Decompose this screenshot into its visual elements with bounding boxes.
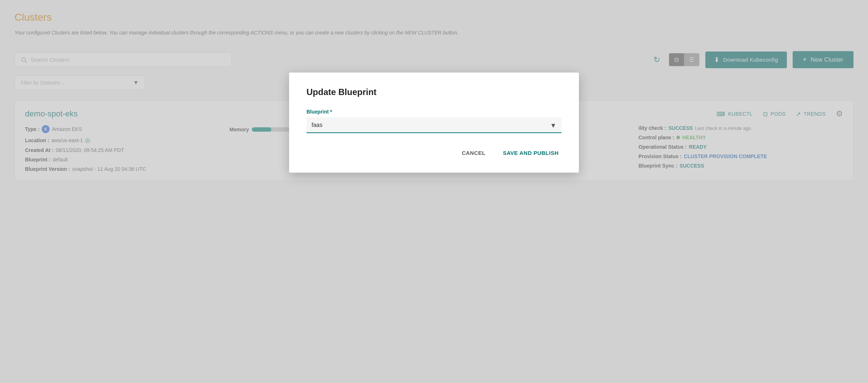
page-background: Clusters Your configured Clusters are li…: [0, 0, 868, 383]
modal-backdrop: Update Blueprint Blueprint * faas defaul…: [0, 0, 868, 383]
blueprint-select[interactable]: faas default production staging: [306, 118, 562, 133]
cancel-button[interactable]: CANCEL: [459, 146, 489, 160]
modal-footer: CANCEL SAVE AND PUBLISH: [306, 146, 562, 160]
save-publish-button[interactable]: SAVE AND PUBLISH: [500, 146, 562, 160]
blueprint-form-label: Blueprint *: [306, 109, 562, 115]
form-group-blueprint: Blueprint * faas default production stag…: [306, 109, 562, 133]
blueprint-select-container: faas default production staging ▼: [306, 118, 562, 133]
modal-title: Update Blueprint: [306, 87, 562, 97]
update-blueprint-modal: Update Blueprint Blueprint * faas defaul…: [289, 73, 579, 173]
